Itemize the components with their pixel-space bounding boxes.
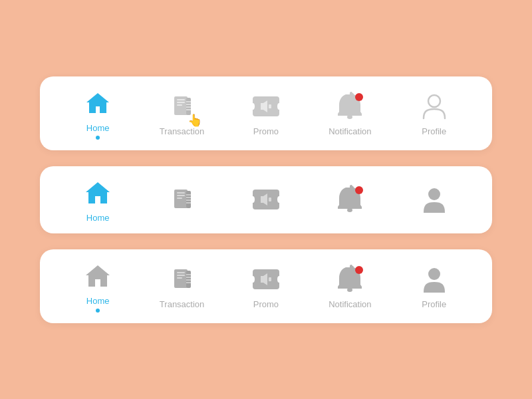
- nav-item-promo-3[interactable]: Promo: [239, 263, 293, 309]
- svg-rect-19: [186, 191, 191, 208]
- svg-point-26: [347, 208, 352, 212]
- profile-icon-3: [421, 265, 448, 294]
- transaction-icon-3: [168, 265, 196, 293]
- promo-icon-2: [251, 188, 281, 211]
- cursor-icon-1: 👆: [188, 114, 202, 126]
- nav-item-profile-3[interactable]: Profile: [408, 263, 461, 309]
- svg-rect-25: [269, 198, 271, 201]
- home-icon-3: [84, 262, 112, 290]
- home-icon-wrap-3: [82, 260, 114, 292]
- svg-point-41: [428, 268, 440, 280]
- promo-icon-wrap-3: [250, 263, 282, 295]
- svg-rect-16: [177, 192, 185, 194]
- home-label-2: Home: [86, 213, 110, 223]
- home-label-1: Home: [86, 123, 110, 133]
- nav-item-profile-2[interactable]: [408, 184, 461, 215]
- notification-label-3: Notification: [329, 299, 371, 309]
- svg-point-12: [347, 115, 352, 119]
- svg-rect-4: [177, 104, 182, 106]
- nav-item-profile-1[interactable]: Profile: [408, 90, 461, 136]
- svg-rect-17: [177, 195, 185, 196]
- nav-bar-1: Home 👆 Transaction: [40, 76, 492, 150]
- svg-rect-31: [177, 275, 185, 276]
- home-active-dot-1: [96, 136, 100, 140]
- notification-badge-1: [355, 93, 363, 101]
- nav-item-notification-3[interactable]: Notification: [323, 263, 376, 309]
- promo-label-1: Promo: [253, 126, 279, 136]
- promo-icon-wrap-2: [250, 184, 282, 215]
- promo-icon-wrap-1: [250, 90, 282, 122]
- transaction-label-1: Transaction: [160, 126, 204, 136]
- svg-rect-39: [269, 277, 271, 281]
- nav-bar-2: Home: [40, 166, 492, 233]
- home-icon-2: [84, 179, 112, 207]
- svg-marker-0: [86, 93, 109, 113]
- svg-rect-2: [177, 99, 185, 100]
- svg-rect-5: [186, 98, 191, 115]
- promo-label-3: Promo: [253, 299, 279, 309]
- nav-item-home-2[interactable]: Home: [71, 177, 124, 223]
- nav-item-transaction-2[interactable]: [156, 184, 209, 215]
- profile-icon-wrap-1: [418, 90, 450, 122]
- notification-icon-wrap-3: [334, 263, 366, 295]
- nav-item-promo-1[interactable]: Promo: [239, 90, 293, 136]
- profile-icon-2: [421, 185, 448, 214]
- nav-item-home-3[interactable]: Home: [71, 260, 124, 313]
- profile-label-3: Profile: [422, 299, 446, 309]
- transaction-icon-wrap-1: 👆: [166, 90, 198, 122]
- nav-item-promo-2[interactable]: [239, 184, 293, 215]
- transaction-icon-wrap-3: [166, 263, 198, 295]
- transaction-label-3: Transaction: [160, 299, 204, 309]
- svg-rect-3: [177, 102, 185, 103]
- nav-bar-3: Home Transaction: [40, 249, 492, 323]
- profile-icon-1: [421, 92, 448, 121]
- svg-rect-18: [177, 198, 182, 199]
- nav-item-transaction-3[interactable]: Transaction: [156, 263, 209, 309]
- svg-point-13: [428, 95, 440, 107]
- svg-rect-11: [269, 104, 271, 108]
- home-icon-wrap: [82, 87, 114, 119]
- svg-marker-28: [86, 265, 110, 287]
- notification-icon-wrap-1: [334, 90, 366, 122]
- svg-marker-14: [86, 182, 110, 203]
- notification-badge-3: [355, 266, 363, 274]
- nav-item-notification-2[interactable]: [323, 184, 376, 215]
- notification-icon-wrap-2: [334, 184, 366, 215]
- svg-rect-32: [177, 277, 182, 279]
- svg-rect-30: [177, 272, 185, 273]
- nav-item-transaction-1[interactable]: 👆 Transaction: [156, 90, 209, 136]
- promo-icon-3: [251, 268, 281, 291]
- home-label-3: Home: [86, 296, 110, 306]
- svg-rect-33: [186, 271, 191, 288]
- transaction-icon-2: [168, 186, 196, 213]
- notification-label-1: Notification: [329, 126, 371, 136]
- home-active-dot-3: [96, 309, 100, 313]
- svg-point-40: [347, 288, 352, 292]
- profile-icon-wrap-2: [418, 184, 450, 215]
- svg-point-27: [428, 188, 440, 200]
- nav-item-home-1[interactable]: Home: [71, 87, 124, 140]
- promo-icon-1: [251, 95, 281, 118]
- profile-label-1: Profile: [422, 126, 446, 136]
- home-icon-wrap-2: [82, 177, 114, 209]
- transaction-icon-wrap-2: [166, 184, 198, 215]
- home-icon-1: [84, 89, 112, 117]
- profile-icon-wrap-3: [418, 263, 450, 295]
- nav-item-notification-1[interactable]: Notification: [323, 90, 376, 136]
